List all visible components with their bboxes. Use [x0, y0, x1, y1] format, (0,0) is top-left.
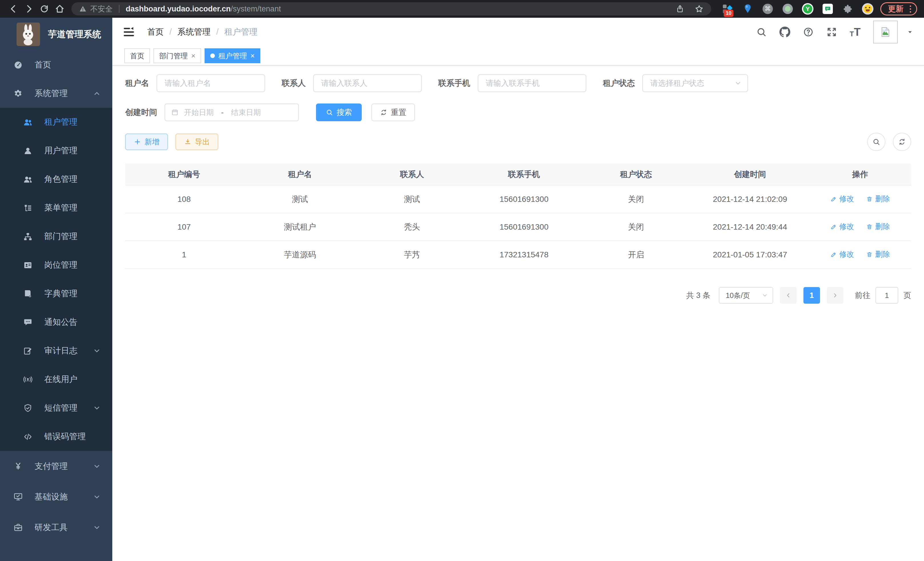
next-icon — [832, 292, 838, 299]
avatar-caret-icon[interactable] — [906, 28, 914, 36]
browser-reload-button[interactable] — [37, 1, 52, 17]
status-select[interactable]: 请选择租户状态 — [642, 74, 748, 92]
extension-grid-icon[interactable]: 10 — [722, 3, 734, 15]
menu-item-icon — [23, 117, 33, 127]
share-icon[interactable] — [676, 5, 684, 13]
app-logo[interactable]: 芋道管理系统 — [0, 18, 112, 51]
sidebar-fold-button[interactable] — [123, 26, 135, 38]
url-bar[interactable]: 不安全 dashboard.yudao.iocoder.cn/system/te… — [71, 2, 711, 15]
menu-item-icon — [23, 289, 33, 299]
navbar-actions: TT — [756, 21, 914, 44]
menu-item-icon — [13, 461, 23, 471]
cell-tenant-name: 测试租户 — [243, 213, 357, 241]
total-count: 共 3 条 — [686, 290, 710, 301]
breadcrumb-item[interactable]: 系统管理 — [164, 26, 211, 38]
browser-home-button[interactable] — [52, 1, 68, 17]
sidebar-menu-item[interactable]: 岗位管理 — [0, 251, 112, 279]
extension-balloon-icon[interactable] — [742, 3, 753, 15]
menu-item-label: 菜单管理 — [44, 202, 77, 214]
sidebar-menu-item[interactable]: 角色管理 — [0, 165, 112, 194]
export-button[interactable]: 导出 — [176, 134, 218, 150]
search-button[interactable]: 搜索 — [316, 104, 362, 121]
breadcrumb-item[interactable]: 租户管理 — [211, 26, 257, 38]
delete-link[interactable]: 删除 — [866, 249, 890, 259]
reset-button[interactable]: 重置 — [371, 104, 415, 121]
edit-link[interactable]: 修改 — [830, 249, 854, 259]
page-tab[interactable]: 租户管理 × — [205, 48, 260, 63]
prev-icon — [785, 292, 792, 299]
help-icon[interactable] — [803, 27, 814, 38]
plus-icon — [134, 138, 141, 146]
tenant-name-input[interactable] — [157, 74, 265, 92]
sidebar-menu-item[interactable]: 菜单管理 — [0, 194, 112, 222]
extension-chat-icon[interactable] — [822, 3, 833, 15]
tab-close-icon[interactable]: × — [191, 52, 195, 59]
sidebar-menu-item[interactable]: 支付管理 — [0, 451, 112, 481]
refresh-table-button[interactable] — [893, 133, 911, 151]
page-tab[interactable]: 首页 — [124, 48, 150, 63]
browser-forward-button[interactable] — [21, 1, 37, 17]
menu-item-label: 部门管理 — [44, 231, 77, 242]
bookmark-star-icon[interactable] — [694, 4, 704, 14]
goto-page-input[interactable] — [875, 287, 898, 304]
next-page-button[interactable] — [827, 287, 843, 304]
sidebar-menu-item[interactable]: 基础设施 — [0, 481, 112, 512]
delete-link[interactable]: 删除 — [866, 194, 890, 204]
delete-link[interactable]: 删除 — [866, 222, 890, 232]
broken-image-icon — [879, 26, 891, 38]
browser-menu-icon[interactable] — [909, 4, 912, 14]
menu-item-label: 基础设施 — [34, 491, 68, 503]
sidebar-menu-item[interactable]: 用户管理 — [0, 136, 112, 165]
sidebar-menu-item[interactable]: 研发工具 — [0, 512, 112, 543]
table-row: 1 芋道源码 芋艿 17321315478 开启 2021-01-05 17:0… — [125, 241, 911, 268]
avatar[interactable] — [873, 21, 898, 44]
sidebar-menu-item[interactable]: 错误码管理 — [0, 422, 112, 451]
cell-status: 关闭 — [581, 185, 691, 213]
trash-icon — [866, 196, 873, 202]
browser-back-button[interactable] — [6, 1, 21, 17]
extension-emoji-icon[interactable] — [862, 3, 873, 15]
status-label: 租户状态 — [603, 78, 635, 89]
extension-command-icon[interactable]: ⌘ — [762, 3, 773, 15]
prev-page-button[interactable] — [780, 287, 796, 304]
sidebar-menu-item[interactable]: 部门管理 — [0, 222, 112, 251]
edit-link[interactable]: 修改 — [830, 222, 854, 232]
sidebar-menu-item[interactable]: 在线用户 — [0, 365, 112, 394]
cell-mobile: 15601691300 — [467, 213, 581, 241]
cell-mobile: 17321315478 — [467, 241, 581, 268]
sidebar-menu-item[interactable]: 租户管理 — [0, 108, 112, 136]
extension-y-icon[interactable]: Y — [802, 3, 813, 15]
security-warning-icon — [79, 5, 87, 13]
table-toolbar: 新增 导出 — [125, 133, 911, 151]
menu-item-icon — [23, 432, 33, 442]
github-icon[interactable] — [779, 27, 790, 38]
col-created: 创建时间 — [691, 164, 809, 185]
browser-update-button[interactable]: 更新 — [880, 2, 917, 15]
tab-close-icon[interactable]: × — [250, 52, 255, 59]
breadcrumb-item[interactable]: 首页 — [147, 26, 164, 38]
sidebar-menu-item[interactable]: 通知公告 — [0, 308, 112, 337]
sidebar-menu-item[interactable]: 审计日志 — [0, 337, 112, 365]
contact-input[interactable] — [313, 74, 422, 92]
font-size-icon[interactable]: TT — [850, 27, 861, 38]
extension-puzzle-icon[interactable] — [842, 3, 854, 15]
sidebar-menu-item[interactable]: 首页 — [0, 51, 112, 79]
date-separator: - — [221, 108, 224, 117]
search-icon[interactable] — [756, 27, 767, 38]
page-tab[interactable]: 部门管理 × — [153, 48, 201, 63]
sidebar-menu-item[interactable]: 字典管理 — [0, 279, 112, 308]
mobile-input[interactable] — [478, 74, 586, 92]
extension-dot-icon[interactable] — [782, 3, 794, 15]
chevron-icon — [93, 404, 101, 412]
sidebar-menu: 首页 系统管理 租户管理 用户管理 — [0, 51, 112, 543]
sidebar-menu-item[interactable]: 短信管理 — [0, 394, 112, 422]
created-time-range-picker[interactable]: 开始日期 - 结束日期 — [165, 104, 299, 121]
fullscreen-icon[interactable] — [826, 27, 837, 38]
sidebar-menu-item[interactable]: 系统管理 — [0, 79, 112, 108]
current-page-button[interactable]: 1 — [803, 287, 820, 304]
page-size-select[interactable]: 10条/页 — [719, 287, 773, 304]
edit-link[interactable]: 修改 — [830, 194, 854, 204]
menu-item-label: 短信管理 — [44, 402, 77, 414]
add-button[interactable]: 新增 — [125, 134, 168, 150]
show-search-toggle-button[interactable] — [867, 133, 885, 151]
